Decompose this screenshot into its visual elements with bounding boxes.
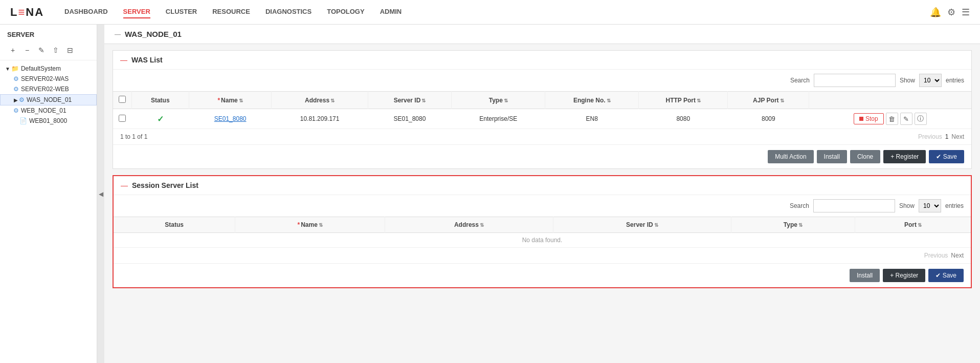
tree-label-web-node-01: WEB_NODE_01 xyxy=(21,107,66,114)
was-row-edit-button[interactable]: ✎ xyxy=(900,113,912,125)
tree-label-server02-was: SERVER02-WAS xyxy=(21,75,69,82)
was-row-ajpport-cell: 8009 xyxy=(728,109,809,129)
was-action-bar: Multi Action Install Clone + Register ✔ … xyxy=(113,144,971,168)
tree-item-server02-web[interactable]: ⚙ SERVER02-WEB xyxy=(0,84,97,94)
was-row-name-link[interactable]: SE01_8080 xyxy=(214,115,247,122)
session-next-button[interactable]: Next xyxy=(951,252,964,259)
nav-cluster[interactable]: CLUSTER xyxy=(166,6,197,18)
menu-icon[interactable]: ☰ xyxy=(962,7,970,18)
nav-resource[interactable]: RESOURCE xyxy=(212,6,250,18)
filter-button[interactable]: ⊟ xyxy=(64,45,76,56)
was-search-label: Search xyxy=(790,77,810,84)
nav-topology[interactable]: TOPOLOGY xyxy=(327,6,364,18)
content-area: — WAS_NODE_01 — WAS List Search Show 10 … xyxy=(104,25,980,363)
was-col-httpport: HTTP Port⇅ xyxy=(639,92,728,109)
tree-item-web-node-01[interactable]: ⚙ WEB_NODE_01 xyxy=(0,105,97,116)
was-col-actions xyxy=(809,92,971,109)
edit-icon: ✎ xyxy=(903,115,909,123)
session-col-address: Address⇅ xyxy=(385,217,553,233)
was-next-button[interactable]: Next xyxy=(951,133,964,140)
was-row-serverid-cell: SE01_8080 xyxy=(368,109,451,129)
was-row-checkbox-cell xyxy=(113,109,131,129)
tree-item-web01-8000[interactable]: 📄 WEB01_8000 xyxy=(0,116,97,126)
up-button[interactable]: ⇧ xyxy=(50,45,61,56)
collapse-icon: ◀ xyxy=(99,190,103,198)
was-previous-button[interactable]: Previous xyxy=(918,133,942,140)
was-row-status-cell: ✓ xyxy=(131,109,189,129)
page-title: WAS_NODE_01 xyxy=(125,30,182,38)
tree-label-server02-web: SERVER02-WEB xyxy=(21,86,69,93)
nav-diagnostics[interactable]: DIAGNOSTICS xyxy=(265,6,311,18)
session-show-select[interactable]: 10 25 50 xyxy=(919,199,941,212)
nav-dashboard[interactable]: DASHBOARD xyxy=(64,6,108,18)
install-button[interactable]: Install xyxy=(817,150,847,163)
session-list-panel: — Session Server List Search Show 10 25 … xyxy=(113,175,972,288)
add-button[interactable]: + xyxy=(7,45,18,56)
was-search-input[interactable] xyxy=(814,74,896,87)
remove-button[interactable]: − xyxy=(21,45,33,56)
session-list-collapse-icon[interactable]: — xyxy=(121,181,128,189)
session-col-port: Port⇅ xyxy=(855,217,971,233)
was-row-address-cell: 10.81.209.171 xyxy=(272,109,368,129)
session-list-section-header: — Session Server List xyxy=(114,176,971,195)
edit-button[interactable]: ✎ xyxy=(36,45,47,56)
tree-label-web01-8000: WEB01_8000 xyxy=(29,117,67,124)
session-col-type: Type⇅ xyxy=(731,217,855,233)
session-no-data: No data found. xyxy=(114,233,971,248)
session-save-button[interactable]: ✔ Save xyxy=(928,269,964,282)
session-col-status: Status xyxy=(114,217,235,233)
tree-item-defaultsystem[interactable]: ▼ 📁 DefaultSystem xyxy=(0,63,97,74)
was-show-label: Show xyxy=(900,77,915,84)
was-list-toolbar: Search Show 10 25 50 entries xyxy=(113,70,971,91)
gear-icon-web-node-01: ⚙ xyxy=(13,107,19,114)
stop-button[interactable]: Stop xyxy=(854,113,884,124)
session-entries-label: entries xyxy=(945,202,964,209)
stop-square-icon xyxy=(859,117,863,121)
session-list-toolbar: Search Show 10 25 50 entries xyxy=(114,195,971,217)
delete-icon: 🗑 xyxy=(888,115,895,123)
session-col-serverid: Server ID⇅ xyxy=(553,217,731,233)
page-title-bar: — WAS_NODE_01 xyxy=(104,25,980,44)
was-list-panel: — WAS List Search Show 10 25 50 entries xyxy=(113,50,972,169)
was-page-number: 1 xyxy=(945,133,949,140)
session-register-button[interactable]: + Register xyxy=(883,269,925,282)
save-button[interactable]: ✔ Save xyxy=(929,150,964,163)
nav-server[interactable]: SERVER xyxy=(123,6,150,18)
was-row-delete-button[interactable]: 🗑 xyxy=(886,113,898,125)
sidebar-toolbar: + − ✎ ⇧ ⊟ xyxy=(0,42,97,60)
stop-label: Stop xyxy=(865,115,878,122)
was-row-engine-cell: EN8 xyxy=(545,109,639,129)
tree-label-was-node-01: WAS_NODE_01 xyxy=(27,96,72,103)
multi-action-button[interactable]: Multi Action xyxy=(768,150,813,163)
was-row-type-cell: Enterprise/SE xyxy=(452,109,545,129)
was-col-engine: Engine No.⇅ xyxy=(545,92,639,109)
session-install-button[interactable]: Install xyxy=(850,269,880,282)
settings-icon[interactable]: ⚙ xyxy=(947,7,955,18)
tree-item-server02-was[interactable]: ⚙ SERVER02-WAS xyxy=(0,74,97,84)
was-row-httpport-cell: 8080 xyxy=(639,109,728,129)
register-button[interactable]: + Register xyxy=(883,150,926,163)
session-show-label: Show xyxy=(899,202,915,209)
breadcrumb-arrow-icon: — xyxy=(115,31,121,38)
session-list-title: Session Server List xyxy=(132,181,198,189)
was-row-info-button[interactable]: ⓘ xyxy=(915,113,927,125)
session-previous-button[interactable]: Previous xyxy=(924,252,948,259)
was-col-ajpport: AJP Port⇅ xyxy=(728,92,809,109)
clone-button[interactable]: Clone xyxy=(850,150,880,163)
session-search-input[interactable] xyxy=(813,199,895,212)
was-select-all-checkbox[interactable] xyxy=(119,96,126,103)
was-col-type: Type⇅ xyxy=(452,92,545,109)
nav-admin[interactable]: ADMIN xyxy=(380,6,402,18)
sidebar-collapse-handle[interactable]: ◀ xyxy=(97,25,104,363)
bell-icon[interactable]: 🔔 xyxy=(930,7,941,18)
sidebar-header: SERVER xyxy=(0,25,97,42)
was-list-section-header: — WAS List xyxy=(113,51,971,70)
was-show-select[interactable]: 10 25 50 xyxy=(919,74,942,87)
tree-item-was-node-01[interactable]: ▶ ⚙ WAS_NODE_01 xyxy=(0,94,97,105)
top-nav: L≡NA DASHBOARD SERVER CLUSTER RESOURCE D… xyxy=(0,0,980,25)
table-row: No data found. xyxy=(114,233,971,248)
was-list-collapse-icon[interactable]: — xyxy=(120,56,127,64)
was-col-serverid: Server ID⇅ xyxy=(368,92,451,109)
was-row-checkbox[interactable] xyxy=(119,115,126,122)
was-pagination-info: 1 to 1 of 1 xyxy=(120,133,147,140)
